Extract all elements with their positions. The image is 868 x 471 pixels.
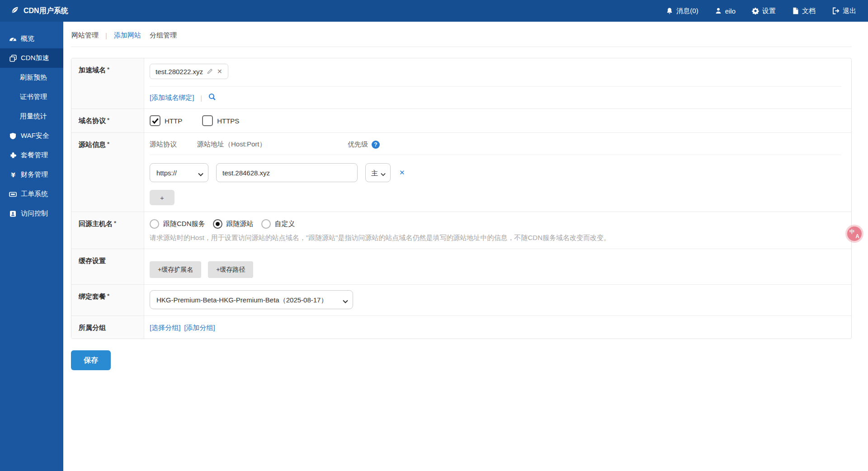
translate-widget-icon[interactable]: 中 A (847, 226, 862, 241)
protocol-label: 域名协议* (71, 109, 144, 132)
sidebar-item-overview[interactable]: 概览 (0, 29, 63, 48)
messages-button[interactable]: 消息(0) (666, 7, 698, 15)
domain-label: 加速域名* (71, 58, 144, 108)
cache-label: 缓存设置 (71, 249, 144, 284)
form-row-domain: 加速域名* test.280222.xyz ✕ [添加域名绑定] | (71, 58, 851, 108)
add-origin-row-button[interactable]: + (150, 190, 175, 205)
topbar: CDN用户系统 消息(0) eilo 设置 文档 退出 (0, 0, 868, 22)
bell-icon (666, 7, 673, 14)
gear-icon (752, 7, 759, 14)
search-icon[interactable] (208, 93, 216, 102)
https-checkbox[interactable] (202, 115, 213, 126)
sidebar-item-cert-management[interactable]: 证书管理 (0, 87, 63, 107)
sidebar-item-label: 套餐管理 (21, 151, 48, 160)
follow-origin-label: 跟随源站 (226, 220, 254, 228)
messages-label: 消息(0) (676, 7, 698, 15)
sidebar-item-label: CDN加速 (21, 54, 49, 62)
settings-label: 设置 (762, 7, 776, 15)
account-label: eilo (725, 7, 736, 15)
tabs-divider (71, 47, 852, 47)
brand-title: CDN用户系统 (24, 6, 68, 16)
user-icon (715, 7, 722, 14)
tab-separator: | (105, 32, 107, 39)
domain-tag: test.280222.xyz ✕ (150, 64, 228, 79)
brand: CDN用户系统 (11, 6, 68, 16)
origin-priority-select[interactable]: 主 (365, 163, 391, 182)
tab-site-management[interactable]: 网站管理 (71, 31, 99, 40)
settings-button[interactable]: 设置 (752, 7, 776, 15)
origin-priority-header: 优先级 (348, 140, 368, 149)
host-option-custom: 自定义 (261, 219, 295, 229)
form-row-group: 所属分组 [选择分组] [添加分组] (71, 316, 851, 339)
save-button[interactable]: 保存 (71, 350, 111, 370)
sidebar-item-access-control[interactable]: 访问控制 (0, 204, 63, 223)
tab-add-site[interactable]: 添加网站 (114, 31, 141, 40)
sidebar-item-waf[interactable]: WAF安全 (0, 126, 63, 146)
origin-protocol-header: 源站协议 (150, 140, 197, 149)
add-cache-extension-button[interactable]: +缓存扩展名 (150, 261, 201, 278)
account-button[interactable]: eilo (715, 7, 736, 15)
svg-text:¥: ¥ (11, 171, 15, 179)
form-row-plan: 绑定套餐* HKG-Premium-Beta-HKG-Premium-Beta（… (71, 284, 851, 316)
remove-origin-icon[interactable]: ✕ (399, 169, 405, 177)
sidebar-item-cdn[interactable]: CDN加速 (0, 48, 63, 68)
form-row-host: 回源主机名* 跟随CDN服务 跟随源站 自定义 (71, 212, 851, 249)
puzzle-icon (9, 152, 17, 159)
priority-help-icon[interactable]: ? (372, 141, 380, 149)
follow-cdn-radio[interactable] (150, 219, 159, 229)
add-group-link[interactable]: [添加分组] (184, 324, 215, 332)
http-label: HTTP (165, 117, 182, 125)
sidebar: 概览 CDN加速 刷新预热 证书管理 用量统计 WAF安全 套餐管理 ¥ 财务管… (0, 22, 63, 471)
sidebar-item-tickets[interactable]: 工单系统 (0, 184, 63, 204)
logout-button[interactable]: 退出 (832, 7, 856, 15)
add-domain-binding-link[interactable]: [添加域名绑定] (150, 94, 194, 102)
idcard-icon (9, 210, 17, 217)
host-option-follow-cdn: 跟随CDN服务 (150, 219, 205, 229)
form-row-origin: 源站信息* 源站协议 源站地址（Host:Port） 优先级 ? https:/… (71, 132, 851, 212)
required-mark: * (107, 292, 109, 299)
sidebar-item-usage-stats[interactable]: 用量统计 (0, 107, 63, 126)
custom-host-radio[interactable] (261, 219, 271, 229)
docs-button[interactable]: 文档 (792, 7, 816, 15)
custom-host-label: 自定义 (275, 220, 295, 228)
form-row-cache: 缓存设置 +缓存扩展名 +缓存路径 (71, 249, 851, 284)
sidebar-item-label: 刷新预热 (20, 73, 47, 82)
logout-label: 退出 (843, 7, 856, 15)
sidebar-item-label: 用量统计 (20, 112, 47, 121)
sidebar-item-finance[interactable]: ¥ 财务管理 (0, 165, 63, 184)
add-site-form: 加速域名* test.280222.xyz ✕ [添加域名绑定] | 域名协议* (71, 58, 852, 339)
sidebar-item-plans[interactable]: 套餐管理 (0, 146, 63, 165)
link-separator: | (200, 94, 202, 102)
required-mark: * (107, 66, 109, 73)
topbar-menu: 消息(0) eilo 设置 文档 退出 (666, 7, 856, 15)
sidebar-item-label: 访问控制 (21, 209, 48, 218)
plan-select[interactable]: HKG-Premium-Beta-HKG-Premium-Beta（2025-0… (150, 290, 353, 309)
origin-label: 源站信息* (71, 133, 144, 212)
origin-address-input[interactable] (216, 163, 358, 182)
origin-protocol-select[interactable]: https:// (150, 163, 208, 182)
layers-icon (9, 55, 17, 62)
follow-origin-radio[interactable] (213, 219, 222, 229)
origin-address-header: 源站地址（Host:Port） (197, 140, 348, 149)
sidebar-item-refresh-prewarm[interactable]: 刷新预热 (0, 68, 63, 87)
http-checkbox[interactable] (150, 115, 160, 126)
leaf-logo-icon (11, 6, 19, 16)
host-label: 回源主机名* (71, 212, 144, 249)
domain-tag-close-icon[interactable]: ✕ (217, 68, 222, 75)
sidebar-item-label: 证书管理 (20, 93, 47, 101)
tab-bar: 网站管理 | 添加网站 分组管理 (71, 29, 868, 41)
tab-group-management[interactable]: 分组管理 (150, 31, 177, 40)
form-row-protocol: 域名协议* HTTP HTTPS (71, 108, 851, 132)
required-mark: * (107, 141, 109, 147)
plan-label: 绑定套餐* (71, 285, 144, 316)
yen-icon: ¥ (9, 171, 17, 179)
docs-label: 文档 (802, 7, 816, 15)
group-label: 所属分组 (71, 316, 144, 339)
add-cache-path-button[interactable]: +缓存路径 (208, 261, 253, 278)
origin-header-divider (150, 155, 841, 155)
select-group-link[interactable]: [选择分组] (150, 324, 180, 332)
edit-pencil-icon[interactable] (207, 68, 213, 75)
required-mark: * (114, 220, 116, 226)
https-label: HTTPS (217, 117, 239, 125)
required-mark: * (107, 117, 109, 123)
